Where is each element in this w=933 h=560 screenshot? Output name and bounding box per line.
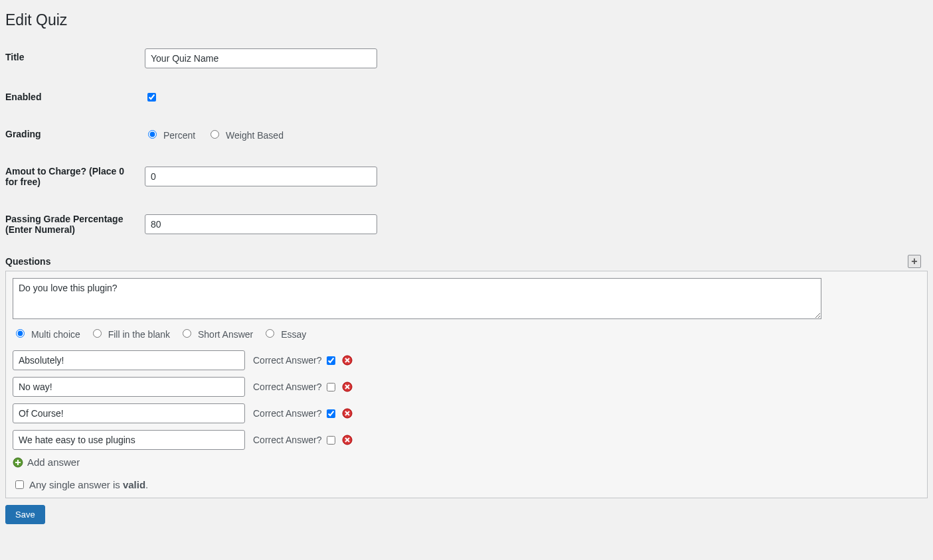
add-answer-button[interactable]: Add answer	[13, 456, 920, 468]
question-type-radio[interactable]	[93, 329, 102, 338]
grading-label: Grading	[5, 115, 138, 153]
passing-grade-input[interactable]	[145, 214, 377, 234]
question-type-option[interactable]: Multi choice	[13, 329, 80, 340]
question-type-radio[interactable]	[266, 329, 274, 338]
delete-icon	[342, 382, 353, 392]
answer-row: Correct Answer?	[13, 377, 920, 397]
delete-icon	[342, 355, 353, 366]
grading-radio[interactable]	[148, 130, 157, 139]
page-title: Edit Quiz	[5, 5, 928, 32]
questions-header: Questions +	[5, 255, 928, 268]
plus-icon: +	[911, 255, 917, 267]
correct-answer-label: Correct Answer?	[253, 382, 321, 392]
grading-radio[interactable]	[211, 130, 219, 139]
amount-label: Amout to Charge? (Place 0 for free)	[5, 153, 138, 200]
any-valid-row: Any single answer is valid.	[13, 478, 920, 491]
delete-answer-button[interactable]	[342, 382, 353, 392]
enabled-checkbox[interactable]	[147, 93, 156, 102]
answer-row: Correct Answer?	[13, 403, 920, 423]
passing-grade-label: Passing Grade Percentage (Enter Numeral)	[5, 200, 138, 248]
question-type-radio[interactable]	[16, 329, 25, 338]
answer-input[interactable]	[13, 430, 245, 450]
add-question-button[interactable]: +	[908, 255, 921, 268]
answer-row: Correct Answer?	[13, 430, 920, 450]
question-type-radio[interactable]	[183, 329, 191, 338]
title-input[interactable]	[145, 48, 377, 68]
amount-input[interactable]	[145, 167, 377, 186]
delete-answer-button[interactable]	[342, 355, 353, 366]
correct-answer-checkbox[interactable]	[327, 383, 335, 391]
correct-answer-label: Correct Answer?	[253, 355, 321, 366]
form-table: Title Enabled Grading Percent Weight Bas…	[5, 38, 928, 248]
delete-icon	[342, 435, 353, 445]
question-type-option[interactable]: Fill in the blank	[90, 329, 170, 340]
questions-label: Questions	[5, 256, 50, 267]
question-type-radio-group: Multi choice Fill in the blank Short Ans…	[13, 327, 920, 340]
correct-answer-label: Correct Answer?	[253, 408, 321, 419]
questions-box: Multi choice Fill in the blank Short Ans…	[5, 271, 928, 498]
question-type-option[interactable]: Essay	[262, 329, 306, 340]
correct-answer-label: Correct Answer?	[253, 435, 321, 445]
grading-option[interactable]: Percent	[145, 130, 195, 141]
correct-answer-checkbox[interactable]	[327, 409, 335, 418]
title-label: Title	[5, 38, 138, 78]
answer-input[interactable]	[13, 350, 245, 370]
enabled-label: Enabled	[5, 78, 138, 115]
answer-input[interactable]	[13, 403, 245, 423]
svg-rect-14	[15, 462, 21, 463]
any-valid-text: Any single answer is valid.	[29, 479, 148, 490]
grading-radio-group: Percent Weight Based	[138, 115, 928, 153]
correct-answer-checkbox[interactable]	[327, 356, 335, 365]
add-green-icon	[13, 457, 23, 468]
answers-list: Correct Answer?Correct Answer?Correct An…	[13, 350, 920, 450]
question-textarea[interactable]	[13, 278, 821, 319]
any-valid-checkbox[interactable]	[15, 480, 24, 489]
delete-icon	[342, 408, 353, 419]
question-type-option[interactable]: Short Answer	[179, 329, 253, 340]
grading-option[interactable]: Weight Based	[207, 130, 284, 141]
correct-answer-checkbox[interactable]	[327, 436, 335, 445]
answer-row: Correct Answer?	[13, 350, 920, 370]
delete-answer-button[interactable]	[342, 435, 353, 445]
delete-answer-button[interactable]	[342, 408, 353, 419]
answer-input[interactable]	[13, 377, 245, 397]
save-button[interactable]: Save	[5, 505, 45, 524]
add-answer-label: Add answer	[27, 456, 80, 468]
